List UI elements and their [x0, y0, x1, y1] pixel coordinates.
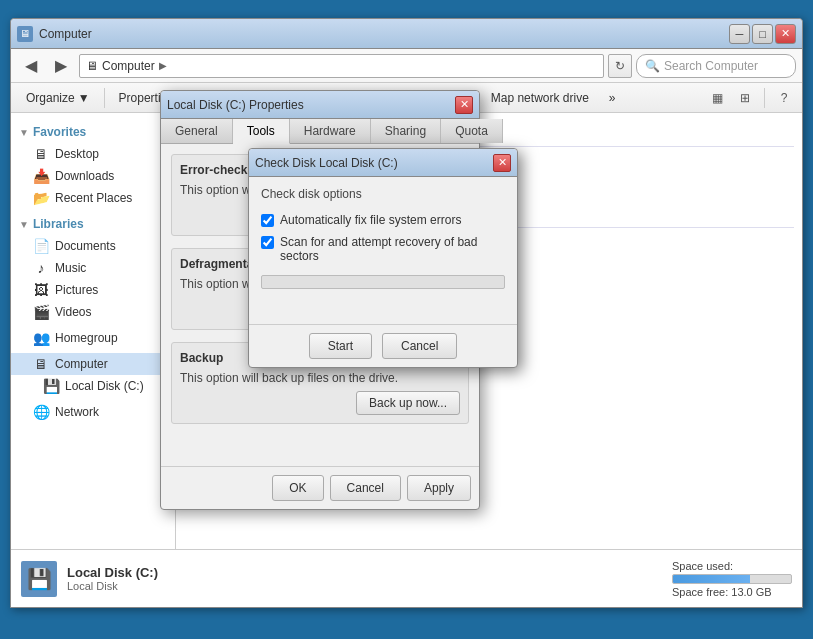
forward-button[interactable]: ▶	[47, 53, 75, 79]
path-icon: 🖥	[86, 59, 98, 73]
path-arrow: ▶	[159, 60, 167, 71]
window-controls: ─ □ ✕	[729, 24, 796, 44]
network-section: 🌐 Network	[11, 401, 175, 423]
checkdisk-title-text: Check Disk Local Disk (C:)	[255, 156, 493, 170]
auto-fix-label: Automatically fix file system errors	[280, 213, 461, 227]
backup-desc: This option will back up files on the dr…	[180, 371, 398, 385]
videos-label: Videos	[55, 305, 91, 319]
properties-title-text: Local Disk (C:) Properties	[167, 98, 455, 112]
tab-sharing[interactable]: Sharing	[371, 119, 441, 143]
sidebar: ▼ Favorites 🖥 Desktop 📥 Downloads 📂 Rece…	[11, 113, 176, 549]
homegroup-label: Homegroup	[55, 331, 118, 345]
toolbar-divider-1	[104, 88, 105, 108]
localdisk-sidebar-icon: 💾	[43, 378, 59, 394]
search-icon: 🔍	[645, 59, 660, 73]
space-bar-container: Space used: Space free: 13.0 GB	[672, 560, 792, 598]
properties-ok-button[interactable]: OK	[272, 475, 323, 501]
space-bar-bg	[672, 574, 792, 584]
properties-close-button[interactable]: ✕	[455, 96, 473, 114]
window-title: Computer	[39, 27, 729, 41]
path-text: Computer	[102, 59, 155, 73]
properties-apply-button[interactable]: Apply	[407, 475, 471, 501]
videos-icon: 🎬	[33, 304, 49, 320]
map-network-button[interactable]: Map network drive	[482, 86, 598, 110]
tab-hardware[interactable]: Hardware	[290, 119, 371, 143]
toolbar-divider-2	[764, 88, 765, 108]
sidebar-item-homegroup[interactable]: 👥 Homegroup	[11, 327, 175, 349]
downloads-label: Downloads	[55, 169, 114, 183]
bottom-drive-name: Local Disk (C:)	[67, 565, 662, 580]
back-button[interactable]: ◀	[17, 53, 45, 79]
maximize-button[interactable]: □	[752, 24, 773, 44]
homegroup-icon: 👥	[33, 330, 49, 346]
bottom-panel: 💾 Local Disk (C:) Local Disk Space used:…	[11, 549, 802, 607]
favorites-header[interactable]: ▼ Favorites	[11, 121, 175, 143]
minimize-button[interactable]: ─	[729, 24, 750, 44]
properties-tabs: General Tools Hardware Sharing Quota	[161, 119, 479, 144]
favorites-label: Favorites	[33, 125, 86, 139]
bottom-drive-icon: 💾	[21, 561, 57, 597]
bottom-info: Local Disk (C:) Local Disk	[67, 565, 662, 592]
sidebar-item-localdisk[interactable]: 💾 Local Disk (C:)	[11, 375, 175, 397]
libraries-section: ▼ Libraries 📄 Documents ♪ Music 🖼 Pictur…	[11, 213, 175, 323]
documents-label: Documents	[55, 239, 116, 253]
libraries-label: Libraries	[33, 217, 84, 231]
nav-buttons: ◀ ▶	[17, 53, 75, 79]
tab-general[interactable]: General	[161, 119, 233, 143]
bottom-drive-sub: Local Disk	[67, 580, 662, 592]
backup-desc-row: This option will back up files on the dr…	[180, 371, 460, 385]
checkdisk-start-button[interactable]: Start	[309, 333, 372, 359]
checkdisk-footer: Start Cancel	[249, 324, 517, 367]
computer-section: 🖥 Computer 💾 Local Disk (C:)	[11, 353, 175, 397]
desktop-icon: 🖥	[33, 146, 49, 162]
properties-footer: OK Cancel Apply	[161, 466, 479, 509]
pictures-label: Pictures	[55, 283, 98, 297]
properties-cancel-button[interactable]: Cancel	[330, 475, 401, 501]
scan-recovery-checkbox[interactable]	[261, 236, 274, 249]
libraries-header[interactable]: ▼ Libraries	[11, 213, 175, 235]
sidebar-item-pictures[interactable]: 🖼 Pictures	[11, 279, 175, 301]
refresh-button[interactable]: ↻	[608, 54, 632, 78]
sidebar-item-desktop[interactable]: 🖥 Desktop	[11, 143, 175, 165]
space-bar-fill	[673, 575, 750, 583]
checkdisk-title-bar: Check Disk Local Disk (C:) ✕	[249, 149, 517, 177]
computer-icon: 🖥	[33, 356, 49, 372]
pictures-icon: 🖼	[33, 282, 49, 298]
homegroup-section: 👥 Homegroup	[11, 327, 175, 349]
sidebar-item-recent[interactable]: 📂 Recent Places	[11, 187, 175, 209]
checkdisk-close-button[interactable]: ✕	[493, 154, 511, 172]
close-button[interactable]: ✕	[775, 24, 796, 44]
downloads-icon: 📥	[33, 168, 49, 184]
view-options-button[interactable]: ▦	[705, 86, 729, 110]
sidebar-item-videos[interactable]: 🎬 Videos	[11, 301, 175, 323]
tab-quota[interactable]: Quota	[441, 119, 503, 143]
address-path[interactable]: 🖥 Computer ▶	[79, 54, 604, 78]
map-network-label: Map network drive	[491, 91, 589, 105]
search-box[interactable]: 🔍 Search Computer	[636, 54, 796, 78]
window-icon: 🖥	[17, 26, 33, 42]
sidebar-item-computer[interactable]: 🖥 Computer	[11, 353, 175, 375]
checkdisk-dialog: Check Disk Local Disk (C:) ✕ Check disk …	[248, 148, 518, 368]
tab-tools[interactable]: Tools	[233, 119, 290, 144]
organize-arrow: ▼	[78, 91, 90, 105]
localdisk-sidebar-label: Local Disk (C:)	[65, 379, 144, 393]
checkdisk-cancel-button[interactable]: Cancel	[382, 333, 457, 359]
properties-title-bar: Local Disk (C:) Properties ✕	[161, 91, 479, 119]
sidebar-item-network[interactable]: 🌐 Network	[11, 401, 175, 423]
backup-now-button[interactable]: Back up now...	[356, 391, 460, 415]
sidebar-item-music[interactable]: ♪ Music	[11, 257, 175, 279]
change-view-button[interactable]: ⊞	[733, 86, 757, 110]
space-used-label: Space used:	[672, 560, 792, 572]
checkdisk-body: Check disk options Automatically fix fil…	[249, 177, 517, 324]
sidebar-item-documents[interactable]: 📄 Documents	[11, 235, 175, 257]
address-bar: ◀ ▶ 🖥 Computer ▶ ↻ 🔍 Search Computer	[11, 49, 802, 83]
music-label: Music	[55, 261, 86, 275]
more-button[interactable]: »	[600, 86, 625, 110]
desktop-label: Desktop	[55, 147, 99, 161]
sidebar-item-downloads[interactable]: 📥 Downloads	[11, 165, 175, 187]
organize-button[interactable]: Organize ▼	[17, 86, 99, 110]
favorites-section: ▼ Favorites 🖥 Desktop 📥 Downloads 📂 Rece…	[11, 121, 175, 209]
help-button[interactable]: ?	[772, 86, 796, 110]
auto-fix-checkbox[interactable]	[261, 214, 274, 227]
computer-label: Computer	[55, 357, 108, 371]
